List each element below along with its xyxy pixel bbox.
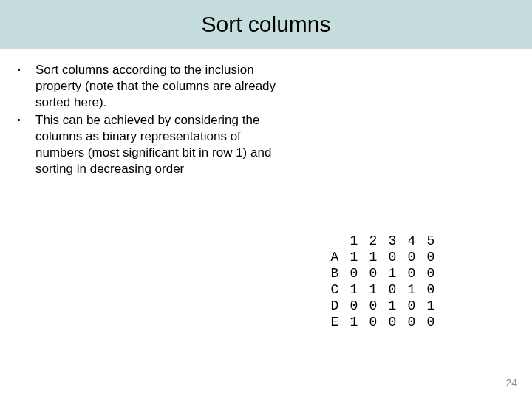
table-cell: 2 — [364, 233, 383, 249]
table-row: C 1 1 0 1 0 — [325, 282, 440, 298]
table-cell: 0 — [364, 298, 383, 314]
table-cell: 1 — [364, 282, 383, 298]
table-row: A 1 1 0 0 0 — [325, 249, 440, 265]
table-cell: B — [325, 265, 344, 282]
table-row: 1 2 3 4 5 — [325, 233, 440, 249]
table-cell: 0 — [364, 314, 383, 330]
content-area: • Sort columns according to the inclusio… — [0, 49, 532, 179]
table-cell: 1 — [402, 282, 421, 298]
table-cell: 0 — [344, 265, 364, 282]
table-cell — [325, 233, 344, 249]
table-cell: 0 — [383, 314, 402, 330]
bullet-list: • Sort columns according to the inclusio… — [13, 62, 279, 179]
table-cell: 1 — [421, 298, 440, 314]
table-cell: 1 — [344, 249, 364, 265]
title-bar: Sort columns — [0, 0, 532, 49]
table-cell: 0 — [421, 265, 440, 282]
table-cell: 1 — [344, 233, 364, 249]
slide-title: Sort columns — [201, 12, 330, 37]
slide: Sort columns • Sort columns according to… — [0, 0, 532, 399]
table-cell: 0 — [402, 249, 421, 265]
table-cell: 0 — [421, 282, 440, 298]
table-cell: A — [325, 249, 344, 265]
table-cell: 1 — [364, 249, 383, 265]
table-cell: D — [325, 298, 344, 314]
table-cell: 0 — [383, 282, 402, 298]
page-number: 24 — [505, 377, 517, 389]
bullet-text: This can be achieved by considering the … — [35, 112, 279, 177]
bullet-text: Sort columns according to the inclusion … — [35, 62, 279, 111]
table-cell: 1 — [383, 298, 402, 314]
table-cell: C — [325, 282, 344, 298]
matrix-table-wrap: 1 2 3 4 5 A 1 1 0 0 0 B 0 0 1 0 0 — [325, 233, 440, 330]
table-cell: 1 — [344, 282, 364, 298]
table-cell: 1 — [344, 314, 364, 330]
table-row: B 0 0 1 0 0 — [325, 265, 440, 282]
bullet-item: • Sort columns according to the inclusio… — [13, 62, 279, 111]
bullet-icon: • — [13, 112, 35, 177]
table-cell: 0 — [402, 265, 421, 282]
table-row: E 1 0 0 0 0 — [325, 314, 440, 330]
table-cell: 0 — [402, 298, 421, 314]
table-cell: 4 — [402, 233, 421, 249]
table-cell: 3 — [383, 233, 402, 249]
matrix-table: 1 2 3 4 5 A 1 1 0 0 0 B 0 0 1 0 0 — [325, 233, 440, 330]
bullet-item: • This can be achieved by considering th… — [13, 112, 279, 177]
bullet-icon: • — [13, 62, 35, 111]
table-row: D 0 0 1 0 1 — [325, 298, 440, 314]
table-cell: 0 — [364, 265, 383, 282]
table-cell: 0 — [402, 314, 421, 330]
table-cell: E — [325, 314, 344, 330]
table-cell: 0 — [383, 249, 402, 265]
table-cell: 1 — [383, 265, 402, 282]
table-cell: 0 — [344, 298, 364, 314]
table-cell: 0 — [421, 314, 440, 330]
table-cell: 5 — [421, 233, 440, 249]
table-cell: 0 — [421, 249, 440, 265]
